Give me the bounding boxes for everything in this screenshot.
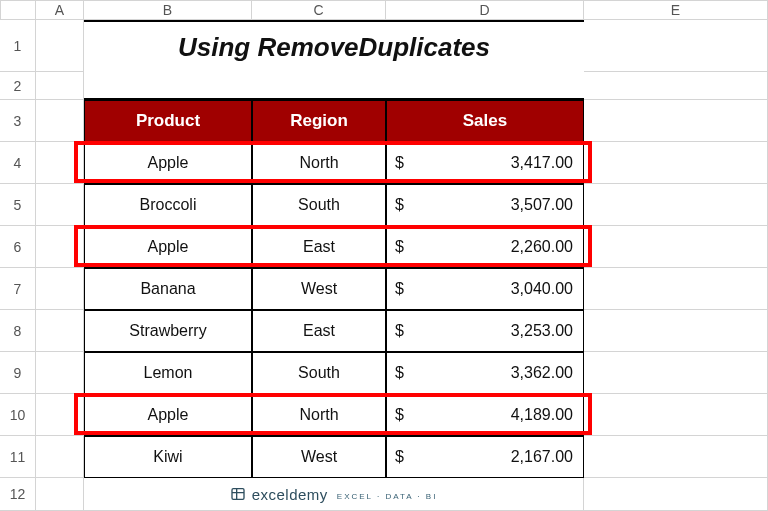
cell[interactable] <box>584 20 768 72</box>
cell[interactable] <box>584 310 768 352</box>
watermark-tag: EXCEL · DATA · BI <box>337 492 438 501</box>
col-header-E[interactable]: E <box>584 0 768 20</box>
currency-symbol: $ <box>395 238 404 256</box>
cell[interactable] <box>36 310 84 352</box>
sales-amount: 3,253.00 <box>404 322 573 340</box>
page-title: Using RemoveDuplicates <box>84 20 584 72</box>
cell[interactable] <box>584 184 768 226</box>
cell-region[interactable]: East <box>252 226 386 268</box>
row-header-8[interactable]: 8 <box>0 310 36 352</box>
cell[interactable] <box>36 478 84 511</box>
cell-region[interactable]: South <box>252 352 386 394</box>
cell[interactable] <box>584 394 768 436</box>
col-header-A[interactable]: A <box>36 0 84 20</box>
sales-amount: 2,167.00 <box>404 448 573 466</box>
header-region[interactable]: Region <box>252 100 386 142</box>
cell[interactable] <box>36 226 84 268</box>
cell[interactable] <box>584 226 768 268</box>
title-underline <box>84 72 584 100</box>
sales-amount: 3,507.00 <box>404 196 573 214</box>
col-header-B[interactable]: B <box>84 0 252 20</box>
cell-product[interactable]: Banana <box>84 268 252 310</box>
cell[interactable] <box>36 268 84 310</box>
cell[interactable] <box>584 142 768 184</box>
spreadsheet-grid: A B C D E 1 2 3 4 5 6 7 8 9 10 11 12 Usi… <box>0 0 768 511</box>
currency-symbol: $ <box>395 322 404 340</box>
cell-product[interactable]: Apple <box>84 394 252 436</box>
select-all-corner[interactable] <box>0 0 36 20</box>
cell[interactable] <box>36 394 84 436</box>
header-product[interactable]: Product <box>84 100 252 142</box>
cell-product[interactable]: Strawberry <box>84 310 252 352</box>
row-header-4[interactable]: 4 <box>0 142 36 184</box>
spreadsheet-icon <box>230 486 246 502</box>
cell[interactable] <box>584 72 768 100</box>
cell-region[interactable]: West <box>252 268 386 310</box>
cell-sales[interactable]: $3,040.00 <box>386 268 584 310</box>
cell-region[interactable]: North <box>252 394 386 436</box>
row-header-6[interactable]: 6 <box>0 226 36 268</box>
currency-symbol: $ <box>395 448 404 466</box>
cell[interactable] <box>36 184 84 226</box>
header-sales[interactable]: Sales <box>386 100 584 142</box>
cell-product[interactable]: Lemon <box>84 352 252 394</box>
row-header-7[interactable]: 7 <box>0 268 36 310</box>
row-header-5[interactable]: 5 <box>0 184 36 226</box>
cell-sales[interactable]: $2,167.00 <box>386 436 584 478</box>
sales-amount: 3,362.00 <box>404 364 573 382</box>
cell[interactable] <box>36 72 84 100</box>
cell-region[interactable]: South <box>252 184 386 226</box>
cell-sales[interactable]: $4,189.00 <box>386 394 584 436</box>
currency-symbol: $ <box>395 280 404 298</box>
cell-product[interactable]: Broccoli <box>84 184 252 226</box>
row-header-10[interactable]: 10 <box>0 394 36 436</box>
cell[interactable] <box>584 268 768 310</box>
col-header-C[interactable]: C <box>252 0 386 20</box>
watermark: exceldemy EXCEL · DATA · BI <box>84 478 584 511</box>
cell-product[interactable]: Apple <box>84 226 252 268</box>
cell-region[interactable]: North <box>252 142 386 184</box>
cell-sales[interactable]: $3,507.00 <box>386 184 584 226</box>
cell[interactable] <box>36 20 84 72</box>
row-header-11[interactable]: 11 <box>0 436 36 478</box>
cell-product[interactable]: Kiwi <box>84 436 252 478</box>
cell-sales[interactable]: $2,260.00 <box>386 226 584 268</box>
cell-sales[interactable]: $3,417.00 <box>386 142 584 184</box>
cell-sales[interactable]: $3,362.00 <box>386 352 584 394</box>
cell[interactable] <box>36 100 84 142</box>
currency-symbol: $ <box>395 196 404 214</box>
row-header-1[interactable]: 1 <box>0 20 36 72</box>
cell-sales[interactable]: $3,253.00 <box>386 310 584 352</box>
row-header-3[interactable]: 3 <box>0 100 36 142</box>
currency-symbol: $ <box>395 364 404 382</box>
col-header-D[interactable]: D <box>386 0 584 20</box>
sales-amount: 2,260.00 <box>404 238 573 256</box>
cell[interactable] <box>584 100 768 142</box>
cell-region[interactable]: East <box>252 310 386 352</box>
cell-region[interactable]: West <box>252 436 386 478</box>
row-header-9[interactable]: 9 <box>0 352 36 394</box>
watermark-brand: exceldemy <box>252 486 328 503</box>
cell[interactable] <box>36 142 84 184</box>
svg-rect-0 <box>232 489 244 500</box>
cell[interactable] <box>36 352 84 394</box>
cell[interactable] <box>36 436 84 478</box>
sales-amount: 4,189.00 <box>404 406 573 424</box>
row-header-2[interactable]: 2 <box>0 72 36 100</box>
currency-symbol: $ <box>395 154 404 172</box>
sales-amount: 3,040.00 <box>404 280 573 298</box>
currency-symbol: $ <box>395 406 404 424</box>
row-header-12[interactable]: 12 <box>0 478 36 511</box>
cell[interactable] <box>584 352 768 394</box>
sales-amount: 3,417.00 <box>404 154 573 172</box>
cell-product[interactable]: Apple <box>84 142 252 184</box>
cell[interactable] <box>584 436 768 478</box>
cell[interactable] <box>584 478 768 511</box>
